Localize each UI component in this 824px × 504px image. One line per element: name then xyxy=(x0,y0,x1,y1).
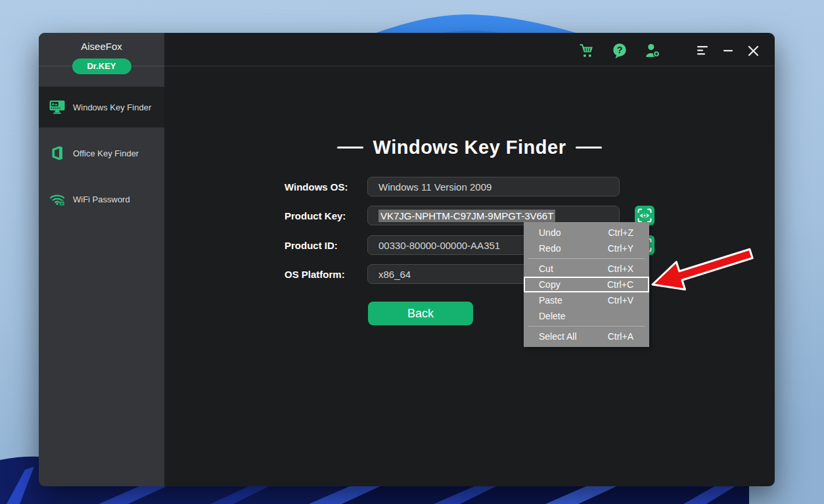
svg-text:?: ? xyxy=(617,45,623,55)
sidebar-item-label: Windows Key Finder xyxy=(73,103,151,112)
sidebar-item-label: Office Key Finder xyxy=(73,149,139,158)
windows-key-finder-icon xyxy=(49,99,66,116)
menu-divider xyxy=(528,326,645,327)
menu-item-label: Copy xyxy=(539,279,561,290)
selected-text: VK7JG-NPHTM-C97JM-9MPGT-3V66T xyxy=(378,210,555,222)
field-value: Windows 11 Version 2009 xyxy=(378,181,492,193)
menu-item-shortcut: Ctrl+C xyxy=(607,279,633,290)
menu-item-paste[interactable]: Paste Ctrl+V xyxy=(524,292,649,308)
titlebar: ? xyxy=(578,41,760,60)
field-value: 00330-80000-00000-AA351 xyxy=(378,240,500,251)
menu-item-label: Redo xyxy=(539,243,561,254)
sidebar-item-windows-key-finder[interactable]: Windows Key Finder xyxy=(39,87,164,127)
field-label: Product ID: xyxy=(285,240,367,251)
help-icon: ? xyxy=(611,42,628,59)
field-label: Windows OS: xyxy=(285,181,367,193)
menu-item-shortcut: Ctrl+Z xyxy=(608,227,634,238)
back-button[interactable]: Back xyxy=(368,302,473,325)
office-key-finder-icon xyxy=(49,145,66,162)
close-icon xyxy=(748,45,759,57)
account-add-icon xyxy=(644,42,661,59)
field-label: OS Platform: xyxy=(285,269,367,280)
sidebar-item-wifi-password[interactable]: WiFi Password xyxy=(39,179,164,219)
page-title: Windows Key Finder xyxy=(373,137,566,158)
menu-item-cut[interactable]: Cut Ctrl+X xyxy=(524,261,649,277)
menu-item-label: Select All xyxy=(539,331,577,342)
menu-item-shortcut: Ctrl+X xyxy=(608,263,633,274)
menu-item-shortcut: Ctrl+A xyxy=(608,331,633,342)
sidebar-item-label: WiFi Password xyxy=(73,195,130,204)
menu-item-delete[interactable]: Delete xyxy=(524,308,649,324)
app-name: AiseeFox xyxy=(39,41,164,52)
field-label: Product Key: xyxy=(285,210,367,221)
titlebar-divider xyxy=(39,66,775,66)
menu-icon xyxy=(697,45,709,56)
menu-item-copy[interactable]: Copy Ctrl+C xyxy=(524,277,649,292)
menu-item-select-all[interactable]: Select All Ctrl+A xyxy=(524,329,649,344)
brand-badge: Dr.KEY xyxy=(72,58,131,74)
app-window: AiseeFox Dr.KEY xyxy=(39,33,775,486)
window-menu-button[interactable] xyxy=(696,41,710,60)
field-row-windows-os: Windows OS: Windows 11 Version 2009 xyxy=(285,177,620,196)
menu-item-label: Undo xyxy=(539,227,561,238)
cart-button[interactable] xyxy=(578,41,596,60)
title-dash-right xyxy=(576,147,602,149)
page-title-row: Windows Key Finder xyxy=(164,133,775,162)
menu-item-label: Paste xyxy=(539,295,562,306)
wifi-password-icon xyxy=(49,191,66,208)
menu-item-shortcut: Ctrl+Y xyxy=(608,243,633,254)
windows-os-field[interactable]: Windows 11 Version 2009 xyxy=(367,177,620,196)
account-add-button[interactable] xyxy=(643,41,662,60)
sidebar-item-office-key-finder[interactable]: Office Key Finder xyxy=(39,133,164,173)
menu-item-redo[interactable]: Redo Ctrl+Y xyxy=(524,241,649,256)
menu-item-shortcut: Ctrl+V xyxy=(608,295,633,306)
title-dash-left xyxy=(337,147,363,149)
menu-item-undo[interactable]: Undo Ctrl+Z xyxy=(524,225,649,241)
menu-item-label: Cut xyxy=(539,263,553,274)
field-value: x86_64 xyxy=(378,269,411,280)
sidebar: AiseeFox Dr.KEY xyxy=(39,33,164,486)
minimize-button[interactable] xyxy=(721,41,735,60)
menu-divider xyxy=(528,258,645,259)
help-button[interactable]: ? xyxy=(610,41,629,60)
context-menu: Undo Ctrl+Z Redo Ctrl+Y Cut Ctrl+X Copy … xyxy=(524,222,649,347)
close-button[interactable] xyxy=(746,41,760,60)
desktop: AiseeFox Dr.KEY xyxy=(0,0,824,504)
menu-item-label: Delete xyxy=(539,311,565,321)
minimize-icon xyxy=(723,45,733,56)
sidebar-nav: Windows Key Finder Office Key Finder xyxy=(39,87,164,225)
cart-icon xyxy=(578,42,595,59)
